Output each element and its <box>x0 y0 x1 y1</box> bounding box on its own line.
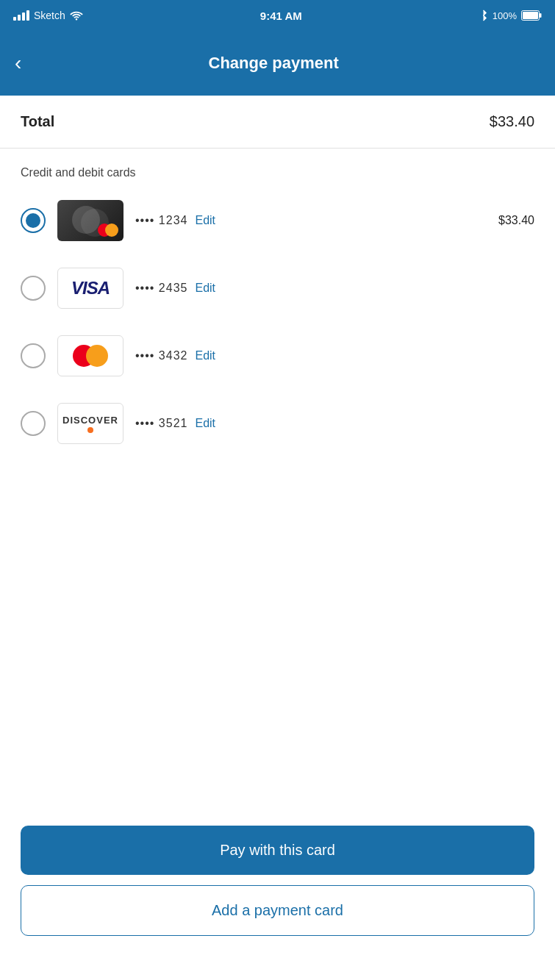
radio-card2[interactable] <box>21 276 46 301</box>
card-item-1[interactable]: •••• 1234 Edit $33.40 <box>21 187 534 254</box>
card-item-2[interactable]: VISA •••• 2435 Edit <box>21 254 534 322</box>
card-logo-mastercard <box>57 335 123 376</box>
card-logo-discover: DISCOVER <box>57 403 123 444</box>
total-amount: $33.40 <box>490 113 534 130</box>
status-right: 100% <box>479 10 542 21</box>
section-header: Credit and debit cards <box>0 149 555 187</box>
svg-rect-2 <box>540 13 542 18</box>
card-edit-1[interactable]: Edit <box>195 214 215 227</box>
card-mastercard-icon <box>98 223 118 237</box>
card-logo-visa: VISA <box>57 268 123 309</box>
card-logo-dark <box>57 200 123 241</box>
card-info-1: •••• 1234 Edit <box>135 214 487 227</box>
nav-bar: ‹ Change payment <box>0 31 555 96</box>
card-edit-2[interactable]: Edit <box>195 282 215 295</box>
back-button[interactable]: ‹ <box>15 53 21 74</box>
discover-word: DISCOVER <box>62 415 118 426</box>
radio-card4[interactable] <box>21 411 46 436</box>
signal-bars-icon <box>13 10 29 21</box>
card-digits-2: •••• 2435 <box>135 282 187 295</box>
radio-card1[interactable] <box>21 208 46 233</box>
card-edit-3[interactable]: Edit <box>195 349 215 362</box>
bottom-section: Pay with this card Add a payment card <box>21 826 534 936</box>
card-digits-1: •••• 1234 <box>135 214 187 227</box>
card-item-4[interactable]: DISCOVER •••• 3521 Edit <box>21 390 534 457</box>
card-amount-1: $33.40 <box>498 214 534 227</box>
card-digits-3: •••• 3432 <box>135 349 187 362</box>
wifi-icon <box>70 10 83 21</box>
battery-icon <box>521 10 542 21</box>
card-digits-4: •••• 3521 <box>135 417 187 430</box>
card-info-3: •••• 3432 Edit <box>135 349 534 362</box>
status-time: 9:41 AM <box>260 10 302 22</box>
svg-rect-1 <box>523 12 538 19</box>
pay-button[interactable]: Pay with this card <box>21 826 534 875</box>
page: Sketch 9:41 AM 100% ‹ Change pa <box>0 0 555 980</box>
card-info-4: •••• 3521 Edit <box>135 417 534 430</box>
card-list: •••• 1234 Edit $33.40 VISA •••• 2435 Edi… <box>0 187 555 457</box>
card-info-2: •••• 2435 Edit <box>135 282 534 295</box>
total-label: Total <box>21 113 54 130</box>
carrier-label: Sketch <box>34 10 65 21</box>
status-bar: Sketch 9:41 AM 100% <box>0 0 555 31</box>
card-item-3[interactable]: •••• 3432 Edit <box>21 322 534 390</box>
battery-percent: 100% <box>493 10 517 21</box>
add-payment-button[interactable]: Add a payment card <box>21 885 534 936</box>
radio-inner-card1 <box>26 213 40 228</box>
discover-logo-text: DISCOVER <box>62 415 118 433</box>
radio-card3[interactable] <box>21 343 46 368</box>
visa-logo-text: VISA <box>71 278 110 298</box>
card-edit-4[interactable]: Edit <box>195 417 215 430</box>
bluetooth-icon <box>479 10 488 21</box>
total-row: Total $33.40 <box>0 96 555 149</box>
mastercard-circles-icon <box>73 345 108 367</box>
mc-orange-large <box>86 345 108 367</box>
status-left: Sketch <box>13 10 83 21</box>
nav-title: Change payment <box>36 54 511 73</box>
discover-dot-icon <box>87 427 93 433</box>
mc-orange-circle <box>105 223 118 237</box>
